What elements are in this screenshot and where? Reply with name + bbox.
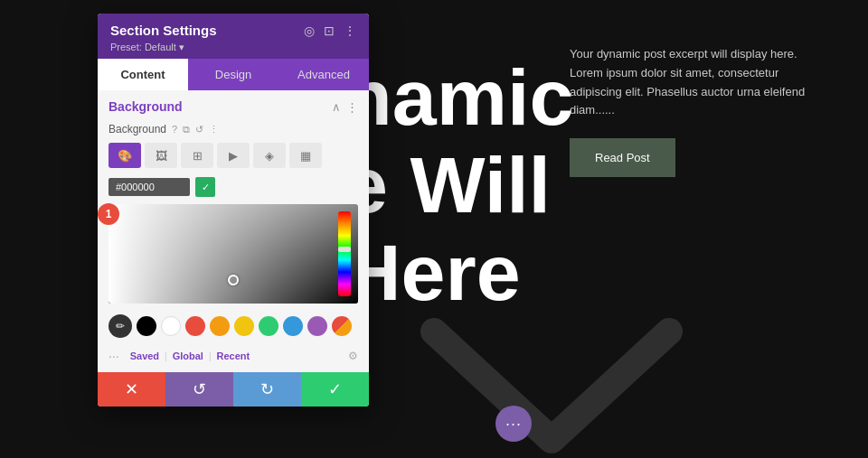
color-tab-recent[interactable]: Recent	[213, 349, 254, 363]
color-settings-gear[interactable]: ⚙	[348, 350, 358, 362]
tab-design[interactable]: Design	[188, 59, 278, 90]
panel-tabs: Content Design Advanced	[98, 59, 369, 90]
help-icon[interactable]: ?	[172, 124, 177, 135]
bg-type-gradient[interactable]: ▦	[289, 143, 322, 168]
section-more-icon[interactable]: ⋮	[346, 100, 358, 114]
panel-header: Section Settings ◎ ⊡ ⋮ Preset: Default ▾	[98, 14, 369, 59]
cancel-button[interactable]: ✕	[98, 372, 165, 407]
color-picker-area[interactable]	[108, 204, 358, 304]
color-picker-thumb[interactable]	[228, 275, 239, 285]
bg-type-image[interactable]: 🖼	[145, 143, 177, 168]
swatch-orange[interactable]	[210, 316, 230, 336]
panel-footer: ✕ ↺ ↻ ✓	[98, 372, 369, 407]
bg-type-mask[interactable]: ◈	[253, 143, 286, 168]
eyedropper-button[interactable]: ✏	[108, 314, 132, 338]
undo-button[interactable]: ↺	[165, 372, 233, 407]
more-icon[interactable]: ⋮	[344, 23, 356, 38]
color-gradient	[108, 204, 358, 304]
section-settings-panel: Section Settings ◎ ⊡ ⋮ Preset: Default ▾…	[98, 14, 369, 407]
confirm-button[interactable]: ✓	[301, 372, 369, 407]
swatch-yellow[interactable]	[234, 316, 254, 336]
reset-icon[interactable]: ↺	[195, 124, 203, 136]
hue-slider-thumb[interactable]	[338, 247, 351, 252]
swatch-white[interactable]	[161, 316, 181, 336]
swatch-gradient[interactable]	[332, 316, 352, 336]
panel-preset[interactable]: Preset: Default ▾	[110, 42, 356, 53]
bg-type-pattern[interactable]: ⊞	[181, 143, 213, 168]
floating-dots-button[interactable]: ···	[495, 406, 532, 442]
swatch-black[interactable]	[137, 316, 156, 336]
read-post-button[interactable]: Read Post	[570, 138, 675, 177]
color-input-row: ✓	[108, 177, 358, 197]
step-badge: 1	[98, 203, 119, 225]
bg-type-video[interactable]: ▶	[217, 143, 250, 168]
panel-body: Background ∧ ⋮ Background ? ⧉ ↺ ⋮ 🎨 🖼 ⊞ …	[98, 90, 369, 372]
collapse-icon[interactable]: ∧	[332, 100, 341, 114]
color-tab-global[interactable]: Global	[169, 349, 207, 363]
swatch-green[interactable]	[259, 316, 278, 336]
color-tabs-dots[interactable]: ···	[108, 349, 119, 363]
right-content-area: Your dynamic post excerpt will display h…	[570, 45, 832, 177]
swatch-red[interactable]	[185, 316, 205, 336]
section-title: Background	[108, 99, 183, 114]
hex-input[interactable]	[108, 178, 190, 196]
tab-advanced[interactable]: Advanced	[278, 59, 369, 90]
swatch-blue[interactable]	[283, 316, 303, 336]
copy-icon[interactable]: ⧉	[183, 124, 190, 136]
color-tab-saved[interactable]: Saved	[127, 349, 163, 363]
redo-button[interactable]: ↻	[233, 372, 301, 407]
bg-type-color[interactable]: 🎨	[108, 143, 141, 168]
hue-slider[interactable]	[338, 211, 351, 296]
tab-content[interactable]: Content	[98, 59, 188, 90]
target-icon[interactable]: ◎	[304, 23, 315, 38]
bg-label-text: Background	[108, 123, 166, 136]
excerpt-text: Your dynamic post excerpt will display h…	[570, 45, 832, 120]
bg-more-icon[interactable]: ⋮	[209, 124, 219, 136]
background-hero-text: namic e Will Here	[344, 54, 573, 316]
confirm-color-button[interactable]: ✓	[195, 177, 215, 197]
color-tabs-row: ··· Saved | Global | Recent ⚙	[108, 349, 358, 363]
layout-icon[interactable]: ⊡	[324, 23, 335, 38]
swatches-row: ✏	[108, 311, 358, 341]
bg-arrow-shape	[416, 313, 687, 458]
bg-type-tabs: 🎨 🖼 ⊞ ▶ ◈ ▦	[108, 143, 358, 168]
swatch-purple[interactable]	[307, 316, 327, 336]
background-section-header: Background ∧ ⋮	[108, 99, 358, 114]
section-header-actions: ∧ ⋮	[332, 100, 358, 114]
panel-header-icons: ◎ ⊡ ⋮	[304, 23, 356, 38]
panel-title: Section Settings	[110, 23, 217, 38]
bg-label-row: Background ? ⧉ ↺ ⋮	[108, 123, 358, 136]
